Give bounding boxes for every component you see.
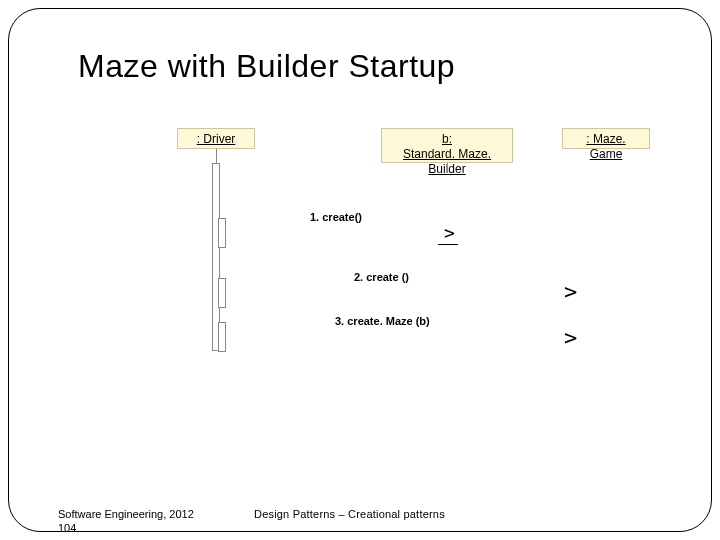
lifeline-mazegame: : Maze. Game (562, 128, 650, 149)
lifeline-mazegame-label: : Maze. Game (586, 132, 625, 161)
lifeline-driver: : Driver (177, 128, 255, 149)
lifeline-driver-label: : Driver (197, 132, 236, 146)
page-title: Maze with Builder Startup (78, 48, 455, 85)
message-3-arrowhead: > (564, 327, 577, 349)
driver-lifeline-line (216, 149, 217, 163)
builder-lifeline-line (447, 163, 448, 173)
driver-activation-inner2 (218, 278, 226, 308)
message-3-label: 3. create. Maze (b) (335, 315, 430, 327)
footer-center: Design Patterns – Creational patterns (254, 508, 445, 520)
lifeline-builder: b: Standard. Maze. Builder (381, 128, 513, 163)
lifeline-builder-label1: b: (442, 132, 452, 146)
message-1-label: 1. create() (310, 211, 362, 223)
message-2-arrowhead: > (564, 281, 577, 303)
message-2-label: 2. create () (354, 271, 409, 283)
slide-frame (8, 8, 712, 532)
driver-activation-inner3 (218, 322, 226, 352)
message-1-arrowhead: > (444, 224, 455, 242)
footer-page: 104 (58, 522, 76, 534)
message-1-dash (438, 244, 458, 245)
footer-left: Software Engineering, 2012 (58, 508, 194, 520)
driver-activation-inner1 (218, 218, 226, 248)
